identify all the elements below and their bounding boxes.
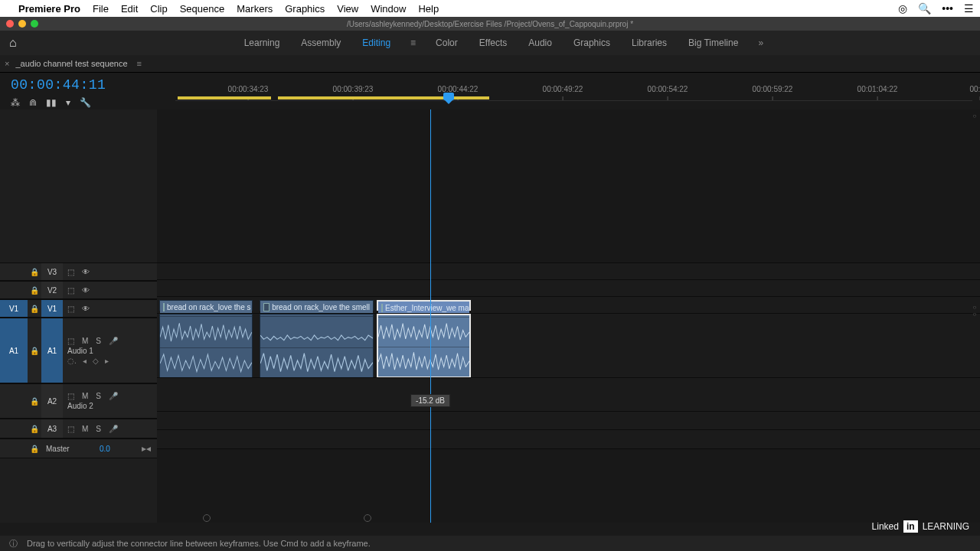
ws-audio[interactable]: Audio <box>527 36 554 50</box>
track-header-v2[interactable]: 🔒V2 ⬚👁 <box>0 281 157 299</box>
ws-learning[interactable]: Learning <box>243 36 282 50</box>
linkedin-learning-badge: LinkedinLEARNING <box>872 520 969 533</box>
ws-editing[interactable]: Editing <box>361 36 392 50</box>
playhead-timecode[interactable]: 00:00:44:11 <box>11 77 168 93</box>
minimize-window-button[interactable] <box>18 20 26 28</box>
track-name: Audio 2 <box>67 402 152 410</box>
close-window-button[interactable] <box>6 20 14 28</box>
mac-menubar: Premiere Pro File Edit Clip Sequence Mar… <box>0 0 980 17</box>
window-titlebar: /Users/ashleykennedy/Desktop/Exercise Fi… <box>0 17 980 31</box>
status-hint: Drag to vertically adjust the connector … <box>27 539 371 548</box>
fx-badge-icon <box>163 303 165 311</box>
ws-bigtimeline[interactable]: Big Timeline <box>687 36 740 50</box>
ruler-tick: 00:00:54:22 <box>648 85 688 93</box>
timeline-panel-tabs: × _audio channel test sequence ≡ <box>0 55 980 73</box>
menu-edit[interactable]: Edit <box>121 3 138 15</box>
zoom-window-button[interactable] <box>31 20 38 28</box>
ruler-tick: 00:01 <box>969 85 980 93</box>
ws-libraries[interactable]: Libraries <box>630 36 668 50</box>
sequence-header: 00:00:44:11 ⁂ ⋒ ▮▮ ▾ 🔧 00:00:34:23 00:00… <box>0 73 980 109</box>
lane-a1[interactable] <box>157 313 980 379</box>
lane-v2[interactable] <box>157 279 980 298</box>
video-clip-selected[interactable]: Esther_Interview_we ma <box>377 300 471 311</box>
menu-markers[interactable]: Markers <box>237 3 273 15</box>
lane-master[interactable] <box>157 429 980 449</box>
app-name[interactable]: Premiere Pro <box>18 3 80 15</box>
db-tooltip: -15.2 dB <box>410 394 450 407</box>
menu-graphics[interactable]: Graphics <box>285 3 325 15</box>
track-header-master[interactable]: 🔒 Master 0.0 ▸◂ <box>0 439 157 458</box>
playhead-handle[interactable] <box>443 93 454 100</box>
ruler-tick: 00:00:49:22 <box>543 85 583 93</box>
menu-view[interactable]: View <box>337 3 358 15</box>
v-scroll-mid[interactable]: ○○ <box>971 304 978 318</box>
v-scroll-top[interactable]: ○ <box>971 112 978 119</box>
cc-icon[interactable]: ◎ <box>898 2 907 15</box>
audio-clip[interactable] <box>159 314 253 378</box>
settings-icon[interactable]: ▾ <box>66 97 70 108</box>
video-clip[interactable]: bread on rack_love the s <box>159 300 253 311</box>
ws-overflow-icon[interactable]: » <box>758 37 763 48</box>
lane-a2[interactable] <box>157 377 980 412</box>
playhead-line[interactable] <box>430 109 431 523</box>
h-scroll-handle[interactable] <box>203 514 211 522</box>
ws-assembly[interactable]: Assembly <box>299 36 342 50</box>
menu-clip[interactable]: Clip <box>150 3 167 15</box>
workspace-bar: ⌂ Learning Assembly Editing ≡ Color Effe… <box>0 31 980 55</box>
ws-graphics[interactable]: Graphics <box>572 36 612 50</box>
menu-file[interactable]: File <box>93 3 109 15</box>
fx-badge-icon <box>381 304 383 312</box>
fx-badge-icon <box>263 303 270 311</box>
track-name: Audio 1 <box>67 347 152 355</box>
video-clip[interactable]: bread on rack_love the smell <box>260 300 374 311</box>
h-scroll-handle[interactable] <box>364 514 371 522</box>
ws-effects[interactable]: Effects <box>478 36 508 50</box>
linked-sel-icon[interactable]: ⋒ <box>29 97 37 108</box>
lane-v3[interactable] <box>157 262 980 281</box>
menu-extra-icon[interactable]: ••• <box>942 2 953 15</box>
sequence-tab[interactable]: _audio channel test sequence <box>15 59 127 68</box>
ws-color[interactable]: Color <box>434 36 459 50</box>
menu-sequence[interactable]: Sequence <box>180 3 225 15</box>
track-header-a3[interactable]: 🔒A3 ⬚MS🎤 <box>0 419 157 439</box>
track-header-a1[interactable]: A1🔒A1 ⬚MS🎤 Audio 1 ◌.◂◇▸ <box>0 318 157 383</box>
menu-window[interactable]: Window <box>371 3 406 15</box>
track-header-a2[interactable]: 🔒A2 ⬚MS🎤 Audio 2 <box>0 383 157 419</box>
menu-help[interactable]: Help <box>418 3 439 15</box>
ruler-tick: 00:01:04:22 <box>858 85 898 93</box>
snap-icon[interactable]: ⁂ <box>11 97 20 108</box>
work-area-bar[interactable] <box>178 96 271 99</box>
lane-a3[interactable] <box>157 411 980 431</box>
ruler-tick: 00:00:34:23 <box>228 85 269 93</box>
info-icon: ⓘ <box>9 538 18 549</box>
marker-icon[interactable]: ▮▮ <box>46 97 57 108</box>
track-header-v1[interactable]: V1🔒V1 ⬚👁 <box>0 299 157 318</box>
audio-clip-selected[interactable] <box>377 314 471 378</box>
track-headers: 🔒V3 ⬚👁 🔒V2 ⬚👁 V1🔒V1 ⬚👁 A1🔒A1 ⬚MS🎤 Audio … <box>0 109 157 523</box>
project-path: /Users/ashleykennedy/Desktop/Exercise Fi… <box>347 20 633 28</box>
time-ruler[interactable]: 00:00:34:23 00:00:39:23 00:00:44:22 00:0… <box>175 73 980 103</box>
lane-v1[interactable]: bread on rack_love the s bread on rack_l… <box>157 296 980 315</box>
ruler-tick: 00:00:39:23 <box>333 85 374 93</box>
panel-menu-icon[interactable]: ≡ <box>137 59 142 68</box>
home-icon[interactable]: ⌂ <box>9 36 17 50</box>
panel-close-icon[interactable]: × <box>5 59 9 68</box>
search-icon[interactable]: 🔍 <box>918 2 931 15</box>
audio-clip[interactable] <box>260 314 374 378</box>
track-area[interactable]: bread on rack_love the s bread on rack_l… <box>157 109 980 523</box>
master-value[interactable]: 0.0 <box>100 445 110 453</box>
track-header-v3[interactable]: 🔒V3 ⬚👁 <box>0 262 157 281</box>
master-label: Master <box>41 445 84 453</box>
work-area-bar[interactable] <box>278 96 489 99</box>
status-bar: ⓘ Drag to vertically adjust the connecto… <box>0 536 980 551</box>
ruler-tick: 00:00:59:22 <box>753 85 793 93</box>
list-icon[interactable]: ☰ <box>964 2 974 15</box>
timeline-body: 🔒V3 ⬚👁 🔒V2 ⬚👁 V1🔒V1 ⬚👁 A1🔒A1 ⬚MS🎤 Audio … <box>0 109 980 523</box>
master-collapse-icon[interactable]: ▸◂ <box>142 443 151 454</box>
wrench-icon[interactable]: 🔧 <box>80 97 91 108</box>
ws-editing-menu-icon[interactable]: ≡ <box>410 37 416 48</box>
